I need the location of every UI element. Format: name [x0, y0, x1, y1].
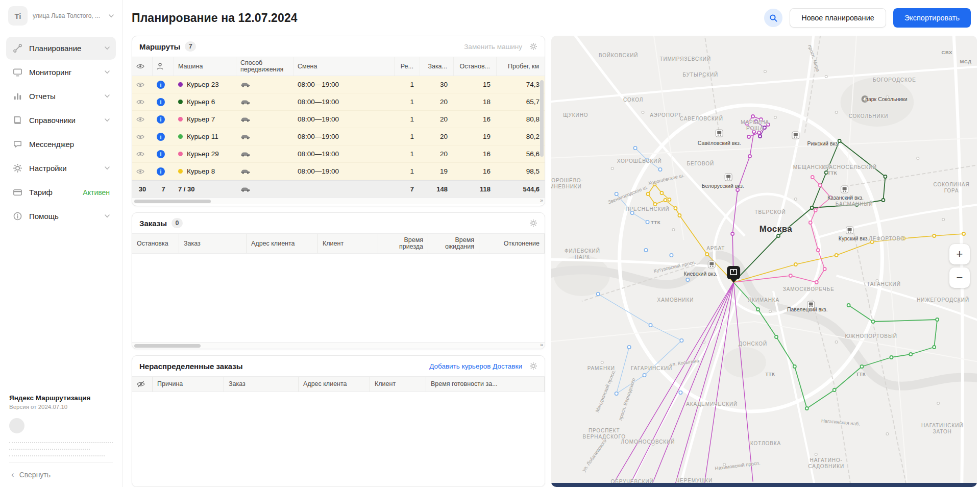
routes-table-header: Машина Способ передвижения Смена Ре... З…	[132, 57, 545, 76]
map[interactable]: ВОЙКОВСКИЙТИМИРЯЗЕВСКИЙБУТЫРСКИЙБОГОРОДС…	[551, 36, 977, 487]
map-zoom-controls: + −	[949, 244, 970, 288]
mileage-value: 74,3	[497, 76, 545, 93]
scrollbar-thumb[interactable]	[134, 200, 211, 203]
horizontal-scrollbar[interactable]: »	[132, 342, 545, 349]
eye-icon[interactable]	[136, 99, 144, 105]
sidebar-item-label: Помощь	[29, 212, 59, 221]
zoom-out-button[interactable]: −	[949, 267, 970, 288]
add-delivery-couriers-link[interactable]: Добавить курьеров Доставки	[429, 362, 522, 370]
shift-value: 08:00—19:00	[293, 93, 395, 110]
mileage-value: 80,2	[497, 128, 545, 145]
summary-stops: 118	[454, 181, 497, 198]
app-root: Ti улица Льва Толстого, ... Планирование	[0, 0, 980, 487]
stops-value: 16	[454, 163, 497, 180]
sidebar: Ti улица Льва Толстого, ... Планирование	[0, 0, 122, 487]
route-color-dot	[178, 100, 183, 104]
monitor-icon	[12, 67, 22, 78]
courier-name: Курьер 23	[187, 81, 219, 88]
shift-value: 08:00—19:00	[293, 163, 395, 180]
workspace: Маршруты 7 Заменить машину	[132, 36, 977, 487]
eye-icon[interactable]	[136, 168, 144, 175]
user-avatar[interactable]	[9, 418, 24, 433]
mileage-value: 98,5	[497, 163, 545, 180]
skeleton-line	[9, 439, 113, 443]
account-switcher[interactable]: Ti улица Льва Толстого, ...	[5, 4, 117, 28]
chevron-left-icon: ‹	[11, 470, 14, 479]
route-row[interactable]: i Курьер 11 08:00—19:00 1 20 19 80,2	[132, 128, 545, 145]
routes-settings-button[interactable]	[529, 42, 537, 51]
horizontal-scrollbar[interactable]: »	[132, 198, 545, 204]
vertical-scrollbar[interactable]	[540, 80, 544, 157]
sidebar-item-monitoring[interactable]: Мониторинг	[6, 61, 116, 84]
sidebar-item-help[interactable]: Помощь	[6, 205, 116, 228]
sidebar-item-directories[interactable]: Справочники	[6, 109, 116, 132]
orders-value: 20	[420, 93, 454, 110]
col-order: Заказ	[224, 377, 299, 392]
orders-value: 20	[420, 128, 454, 145]
new-planning-button[interactable]: Новое планирование	[790, 8, 886, 28]
sidebar-item-tariff[interactable]: Тариф Активен	[6, 181, 116, 204]
replace-vehicle-action[interactable]: Заменить машину	[464, 43, 522, 51]
car-icon	[240, 82, 251, 87]
re-value: 1	[395, 145, 420, 162]
info-icon[interactable]: i	[157, 150, 165, 158]
gear-icon	[12, 163, 22, 174]
orders-table-header: Остановка Заказ Адрес клиента Клиент Вре…	[132, 233, 545, 254]
mileage-value: 56,6	[497, 145, 545, 162]
mileage-value: 80,8	[497, 111, 545, 128]
chat-icon	[12, 139, 22, 150]
search-button[interactable]	[764, 9, 782, 27]
panels-column: Маршруты 7 Заменить машину	[132, 36, 545, 487]
route-row[interactable]: i Курьер 8 08:00—19:00 1 19 16 98,5	[132, 163, 545, 180]
skeleton-line	[9, 445, 90, 450]
card-icon	[12, 187, 22, 198]
account-avatar: Ti	[8, 6, 28, 26]
col-client-address: Адрес клиента	[247, 234, 318, 253]
eye-icon[interactable]	[136, 151, 144, 157]
col-orders: Зака...	[420, 57, 454, 76]
route-row[interactable]: i Курьер 29 08:00—19:00 1 20 16 56,6	[132, 145, 545, 163]
stops-value: 19	[454, 128, 497, 145]
sidebar-item-reports[interactable]: Отчеты	[6, 85, 116, 108]
scrollbar-thumb[interactable]	[134, 344, 201, 348]
info-icon[interactable]: i	[157, 98, 165, 106]
col-stop: Остановка	[132, 234, 179, 253]
scroll-right-icon[interactable]: »	[540, 197, 543, 203]
scroll-right-icon[interactable]: »	[540, 342, 543, 348]
eye-icon[interactable]	[136, 116, 144, 123]
chevron-down-icon	[105, 94, 110, 98]
eye-icon[interactable]	[136, 82, 144, 88]
summary-total-2: 7	[153, 181, 174, 198]
orders-settings-button[interactable]	[529, 219, 537, 227]
re-value: 1	[395, 128, 420, 145]
route-row[interactable]: i Курьер 6 08:00—19:00 1 20 18 65,7	[132, 93, 545, 111]
zoom-in-button[interactable]: +	[949, 244, 970, 264]
unassigned-settings-button[interactable]	[529, 362, 537, 370]
info-icon[interactable]: i	[157, 133, 165, 141]
main-content: Планирование на 12.07.2024 Новое планиро…	[122, 0, 980, 487]
chevron-down-icon	[105, 166, 110, 170]
route-row[interactable]: i Курьер 7 08:00—19:00 1 20 16 80,8	[132, 111, 545, 128]
col-reason: Причина	[153, 377, 224, 392]
sidebar-item-planning[interactable]: Планирование	[6, 37, 116, 60]
summary-orders: 148	[420, 181, 454, 198]
info-icon[interactable]: i	[157, 167, 165, 176]
routes-panel: Маршруты 7 Заменить машину	[132, 36, 545, 206]
shift-value: 08:00—19:00	[293, 145, 395, 162]
collapse-sidebar-button[interactable]: ‹ Свернуть	[9, 462, 113, 482]
sidebar-item-settings[interactable]: Настройки	[6, 157, 116, 180]
unassigned-panel-header: Нераспределенные заказы Добавить курьеро…	[132, 356, 545, 376]
export-button[interactable]: Экспортировать	[893, 8, 971, 28]
courier-name: Курьер 8	[187, 167, 215, 175]
col-ready-time: Время готовности за...	[426, 377, 545, 392]
sidebar-item-label: Справочники	[29, 116, 76, 125]
info-icon[interactable]: i	[157, 81, 165, 89]
sidebar-footer: Яндекс Маршрутизация Версия от 2024.07.1…	[5, 389, 117, 482]
col-mode: Способ передвижения	[236, 57, 293, 76]
summary-total-1: 30	[132, 181, 153, 198]
info-icon[interactable]: i	[157, 115, 165, 124]
mileage-value: 65,7	[497, 93, 545, 110]
sidebar-item-messenger[interactable]: Мессенджер	[6, 133, 116, 156]
route-row[interactable]: i Курьер 23 08:00—19:00 1 30 15 74,3	[132, 76, 545, 93]
eye-icon[interactable]	[136, 134, 144, 140]
